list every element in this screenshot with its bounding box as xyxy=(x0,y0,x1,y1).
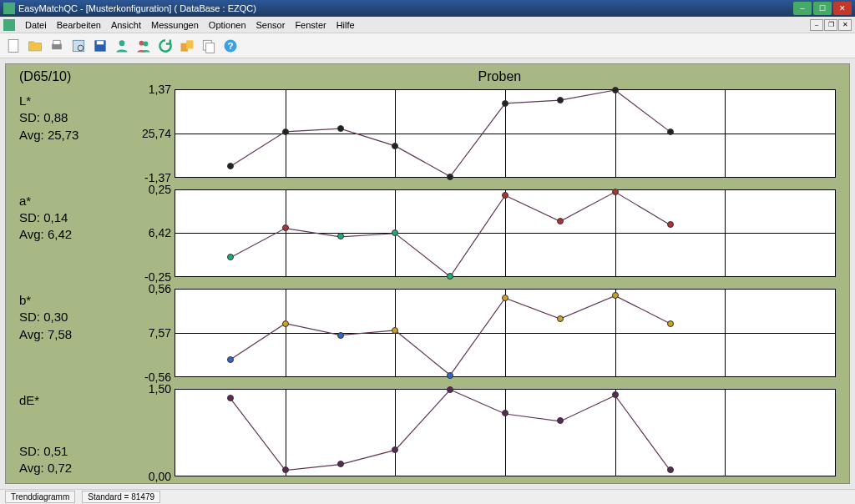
data-point xyxy=(392,229,398,236)
content-area: (D65/10) Proben L*SD: 0,88Avg: 25,731,37… xyxy=(0,58,855,489)
metric-avg: Avg: 6,42 xyxy=(19,226,136,243)
svg-point-7 xyxy=(119,40,125,46)
data-point xyxy=(282,129,289,135)
metric-avg: Avg: 25,73 xyxy=(19,127,136,144)
mdi-close-button[interactable]: ✕ xyxy=(838,19,852,31)
data-point xyxy=(447,372,453,379)
user2-icon[interactable] xyxy=(134,36,154,56)
metric-avg: Avg: 7,58 xyxy=(19,326,136,343)
menu-item-ansicht[interactable]: Ansicht xyxy=(106,18,146,32)
axis-tick: 25,74 xyxy=(142,127,171,140)
menu-item-hilfe[interactable]: Hilfe xyxy=(331,18,360,32)
data-point xyxy=(337,332,344,339)
chart-plot xyxy=(175,389,836,477)
data-point xyxy=(227,163,234,169)
chart-labels: b*SD: 0,30Avg: 7,58 xyxy=(19,289,136,377)
menu-item-datei[interactable]: Datei xyxy=(20,18,52,32)
data-point xyxy=(337,461,344,467)
chart-row-astar: a*SD: 0,14Avg: 6,420,256,42-0,25 xyxy=(19,189,836,278)
metric-avg: Avg: 0,72 xyxy=(19,460,136,476)
data-point xyxy=(612,292,619,299)
copy-icon[interactable] xyxy=(199,36,219,56)
svg-rect-13 xyxy=(206,43,215,53)
data-point xyxy=(227,395,234,401)
data-point xyxy=(502,100,508,107)
save-icon[interactable] xyxy=(90,36,110,56)
close-button[interactable]: ✕ xyxy=(833,2,852,15)
chart-axis: 1,500,00 xyxy=(136,389,175,477)
data-point xyxy=(667,320,674,327)
chart-labels: L*SD: 0,88Avg: 25,73 xyxy=(19,89,136,178)
axis-tick: 1,50 xyxy=(149,382,171,396)
svg-text:?: ? xyxy=(227,40,233,51)
data-point xyxy=(282,320,289,327)
status-tab[interactable]: Trenddiagramm xyxy=(5,491,75,503)
chart-plot xyxy=(175,289,836,377)
svg-point-8 xyxy=(139,40,144,45)
data-point xyxy=(667,221,674,228)
data-point xyxy=(447,386,453,393)
svg-rect-2 xyxy=(53,40,60,44)
data-point xyxy=(447,273,453,280)
menu-item-bearbeiten[interactable]: Bearbeiten xyxy=(52,18,106,32)
metric-name: dE* xyxy=(19,392,136,409)
data-point xyxy=(337,233,344,239)
user1-icon[interactable] xyxy=(112,36,132,56)
svg-rect-11 xyxy=(186,40,193,48)
print-preview-icon[interactable] xyxy=(68,36,89,56)
data-point xyxy=(557,218,564,224)
move-icon[interactable] xyxy=(177,36,197,56)
status-standard: Standard = 81479 xyxy=(82,491,160,503)
menubar: DateiBearbeitenAnsichtMessungenOptionenS… xyxy=(0,17,855,33)
titlebar: EasyMatchQC - [Musterkonfiguration] ( Da… xyxy=(0,0,855,17)
data-point xyxy=(392,327,398,334)
data-point xyxy=(502,295,508,301)
toolbar: ? xyxy=(0,33,855,58)
help-icon[interactable]: ? xyxy=(220,36,240,56)
chart-labels: dE*SD: 0,51Avg: 0,72 xyxy=(19,389,136,477)
chart-plot xyxy=(175,89,836,178)
svg-rect-6 xyxy=(97,41,104,44)
menu-item-sensor[interactable]: Sensor xyxy=(251,18,291,32)
data-point xyxy=(282,466,289,473)
print-icon[interactable] xyxy=(47,36,67,56)
data-point xyxy=(282,224,289,231)
trend-panel: (D65/10) Proben L*SD: 0,88Avg: 25,731,37… xyxy=(5,63,850,484)
data-point xyxy=(557,97,564,103)
data-point xyxy=(227,356,234,363)
metric-name: a* xyxy=(19,193,136,209)
svg-point-9 xyxy=(144,41,149,46)
chart-row-bstar: b*SD: 0,30Avg: 7,580,567,57-0,56 xyxy=(19,289,836,377)
menu-item-fenster[interactable]: Fenster xyxy=(290,18,331,32)
chart-axis: 0,567,57-0,56 xyxy=(136,289,175,377)
axis-tick: 0,56 xyxy=(149,282,171,295)
data-point xyxy=(392,446,398,453)
svg-rect-0 xyxy=(8,39,18,52)
chart-row-Lstar: L*SD: 0,88Avg: 25,731,3725,74-1,37 xyxy=(19,89,836,178)
axis-tick: 1,37 xyxy=(149,83,171,96)
chart-row-dEstar: dE*SD: 0,51Avg: 0,721,500,00 xyxy=(19,389,836,477)
statusbar: Trenddiagramm Standard = 81479 xyxy=(0,489,855,504)
metric-name: L* xyxy=(19,93,136,109)
chart-title: Proben xyxy=(478,69,522,84)
data-point xyxy=(557,315,564,322)
metric-name: b* xyxy=(19,292,136,309)
data-point xyxy=(227,254,234,260)
new-icon[interactable] xyxy=(3,36,23,56)
menu-item-messungen[interactable]: Messungen xyxy=(146,18,204,32)
data-point xyxy=(502,192,508,199)
chart-axis: 0,256,42-0,25 xyxy=(136,189,175,278)
refresh-icon[interactable] xyxy=(155,36,175,56)
maximize-button[interactable]: ☐ xyxy=(813,2,832,15)
mdi-restore-button[interactable]: ❐ xyxy=(824,19,837,31)
panel-heading: (D65/10) xyxy=(19,69,71,84)
app-icon xyxy=(3,3,15,14)
open-icon[interactable] xyxy=(25,36,45,56)
menu-item-optionen[interactable]: Optionen xyxy=(204,18,251,32)
data-point xyxy=(337,125,344,132)
window-buttons: – ☐ ✕ xyxy=(793,2,852,15)
chart-labels: a*SD: 0,14Avg: 6,42 xyxy=(19,189,136,278)
mdi-minimize-button[interactable]: – xyxy=(810,19,823,31)
minimize-button[interactable]: – xyxy=(793,2,812,15)
data-point xyxy=(502,410,508,416)
